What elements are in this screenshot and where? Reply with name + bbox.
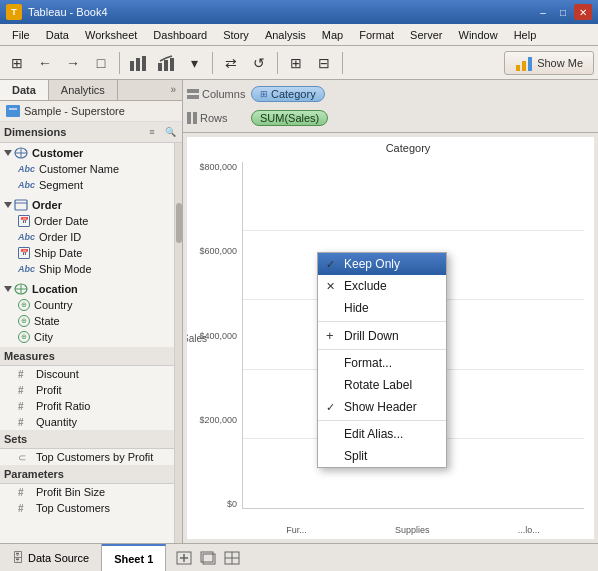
new-dashboard-button[interactable] [222,548,242,568]
field-ship-date[interactable]: 📅 Ship Date [0,245,174,261]
close-button[interactable]: ✕ [574,4,592,20]
svg-rect-21 [187,112,191,124]
x-label-furniture: Fur... [286,525,307,535]
menu-analysis[interactable]: Analysis [257,27,314,43]
group-location-header[interactable]: Location [0,281,174,297]
field-ship-mode[interactable]: Abc Ship Mode [0,261,174,277]
new-sheet-button[interactable] [174,548,194,568]
toolbar-more2[interactable]: ⊟ [311,50,337,76]
field-quantity[interactable]: # Quantity [0,414,174,430]
field-order-date[interactable]: 📅 Order Date [0,213,174,229]
panel-close[interactable]: » [164,80,182,100]
field-label: Quantity [36,416,77,428]
menu-file[interactable]: File [4,27,38,43]
menu-story[interactable]: Story [215,27,257,43]
field-top-customers-param[interactable]: # Top Customers [0,500,174,516]
show-me-button[interactable]: Show Me [504,51,594,75]
data-source-tab[interactable]: 🗄 Data Source [0,544,102,571]
menu-window[interactable]: Window [451,27,506,43]
context-menu-split[interactable]: Split [318,445,446,467]
plus-icon: + [326,328,338,343]
group-order-label: Order [32,199,62,211]
sort-button[interactable]: ≡ [144,125,160,139]
maximize-button[interactable]: □ [554,4,572,20]
context-menu-keep-only[interactable]: ✓ Keep Only [318,253,446,275]
menu-server[interactable]: Server [402,27,450,43]
sheet1-tab[interactable]: Sheet 1 [102,544,166,571]
separator-3 [318,420,446,421]
svg-rect-8 [528,57,532,71]
field-profit[interactable]: # Profit [0,382,174,398]
separator-1 [318,321,446,322]
context-menu-show-header[interactable]: ✓ Show Header [318,396,446,418]
tab-analytics[interactable]: Analytics [49,80,118,100]
menu-map[interactable]: Map [314,27,351,43]
toolbar-bar-chart[interactable] [125,50,151,76]
hash-icon: # [18,369,32,380]
field-profit-bin-size[interactable]: # Profit Bin Size [0,484,174,500]
toolbar-more1[interactable]: ⊞ [283,50,309,76]
abc-icon: Abc [18,232,35,242]
svg-rect-5 [170,58,174,71]
data-source-row: Sample - Superstore [0,101,182,122]
checkmark-icon: ✓ [326,401,338,414]
context-menu-format[interactable]: Format... [318,352,446,374]
field-list: Customer Abc Customer Name Abc Segment [0,143,174,543]
svg-rect-20 [187,95,199,99]
toolbar-forward[interactable]: → [60,50,86,76]
field-state[interactable]: ⊕ State [0,313,174,329]
toolbar-home[interactable]: ⊞ [4,50,30,76]
section-tools: ≡ 🔍 [144,125,178,139]
field-profit-ratio[interactable]: # Profit Ratio [0,398,174,414]
toolbar-swap[interactable]: ⇄ [218,50,244,76]
context-menu-rotate-label[interactable]: Rotate Label [318,374,446,396]
toolbar-dropdown-1[interactable]: ▾ [181,50,207,76]
field-label: Discount [36,368,79,380]
field-label: Ship Mode [39,263,92,275]
menu-dashboard[interactable]: Dashboard [145,27,215,43]
hash-icon: # [18,503,32,514]
columns-shelf: Columns ⊞ Category [183,82,598,106]
field-order-id[interactable]: Abc Order ID [0,229,174,245]
menu-data[interactable]: Data [38,27,77,43]
svg-rect-6 [516,65,520,71]
left-panel-scrollbar[interactable] [174,143,182,543]
toolbar-back[interactable]: ← [32,50,58,76]
field-top-customers[interactable]: ⊂ Top Customers by Profit [0,449,174,465]
duplicate-sheet-button[interactable] [198,548,218,568]
category-pill[interactable]: ⊞ Category [251,86,325,102]
field-segment[interactable]: Abc Segment [0,177,174,193]
field-city[interactable]: ⊕ City [0,329,174,345]
toolbar-refresh[interactable]: ↺ [246,50,272,76]
search-button[interactable]: 🔍 [162,125,178,139]
context-menu-drill-down[interactable]: + Drill Down [318,324,446,347]
menu-help[interactable]: Help [506,27,545,43]
group-customer-header[interactable]: Customer [0,145,174,161]
app-icon: T [6,4,22,20]
menu-worksheet[interactable]: Worksheet [77,27,145,43]
group-order: Order 📅 Order Date Abc Order ID 📅 Ship D… [0,195,174,279]
group-location-label: Location [32,283,78,295]
context-menu-hide[interactable]: Hide [318,297,446,319]
menu-format[interactable]: Format [351,27,402,43]
field-discount[interactable]: # Discount [0,366,174,382]
context-menu-exclude[interactable]: ✕ Exclude [318,275,446,297]
field-customer-name[interactable]: Abc Customer Name [0,161,174,177]
expand-icon [4,150,12,156]
group-order-header[interactable]: Order [0,197,174,213]
toolbar-save[interactable]: □ [88,50,114,76]
menu-item-label: Format... [344,356,392,370]
status-bar-icons [166,548,250,568]
tab-data[interactable]: Data [0,80,49,100]
context-menu-edit-alias[interactable]: Edit Alias... [318,423,446,445]
context-menu: ✓ Keep Only ✕ Exclude Hide + Drill Down [317,252,447,468]
show-me-icon [515,55,533,71]
y-label-600k: $600,000 [199,246,237,256]
minimize-button[interactable]: – [534,4,552,20]
sum-sales-pill[interactable]: SUM(Sales) [251,110,328,126]
columns-label: Columns [187,88,247,100]
window-title: Tableau - Book4 [28,6,108,18]
toolbar-combo[interactable] [153,50,179,76]
field-country[interactable]: ⊕ Country [0,297,174,313]
measures-label: Measures [0,347,174,366]
